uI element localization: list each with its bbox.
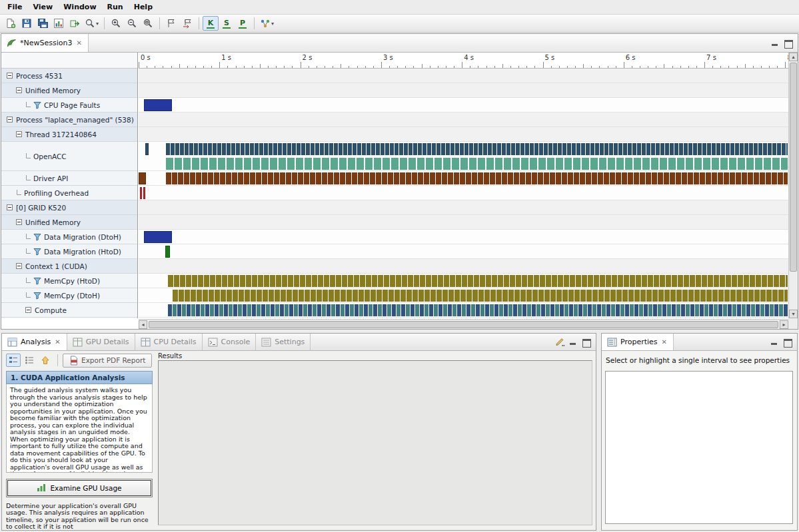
minimize-button[interactable]	[770, 39, 780, 48]
vertical-scroll-thumb[interactable]	[790, 63, 797, 272]
horizontal-scrollbar[interactable]: ◂ ▸	[139, 319, 788, 329]
export-pdf-button[interactable]: Export PDF Report	[63, 354, 152, 368]
kernel-timeline-toggle-button[interactable]: K	[203, 16, 219, 31]
timeline-row-process-laplace-managed-538[interactable]	[139, 113, 788, 127]
timeline-bar[interactable]	[166, 172, 788, 184]
timeline-row-data-migration-dtoh[interactable]	[139, 230, 788, 244]
close-icon[interactable]: ✕	[54, 338, 61, 346]
timeline-bar[interactable]	[144, 99, 171, 111]
timeline-row-thread-3172140864[interactable]	[139, 127, 788, 142]
menu-file[interactable]: File	[2, 1, 28, 13]
collapse-expander-icon[interactable]	[16, 131, 22, 137]
timeline-row-label-profiling-overhead[interactable]: Profiling Overhead	[1, 186, 137, 200]
unguided-analysis-button[interactable]	[22, 354, 37, 367]
guided-analysis-button[interactable]	[6, 354, 21, 367]
collapse-expander-icon[interactable]	[7, 204, 13, 210]
filter-icon[interactable]	[33, 101, 41, 109]
timeline-bar[interactable]	[145, 143, 149, 155]
timeline-bar[interactable]	[139, 172, 146, 184]
chart-report-button[interactable]	[51, 16, 67, 31]
maximize-button[interactable]	[783, 39, 794, 48]
timeline-bar[interactable]	[166, 158, 788, 170]
timeline-row-profiling-overhead[interactable]	[139, 186, 788, 200]
zoom-fit-button[interactable]	[140, 16, 156, 31]
menu-window[interactable]: Window	[58, 1, 101, 13]
timeline-row-context-1-cuda[interactable]	[139, 259, 788, 274]
filter-icon[interactable]	[33, 233, 41, 241]
close-icon[interactable]: ✕	[661, 338, 668, 346]
tab-settings[interactable]: Settings	[256, 334, 311, 350]
timeline-row-label-unified-memory[interactable]: Unified Memory	[1, 83, 137, 98]
collapse-expander-icon[interactable]	[16, 87, 22, 93]
timeline-row-cpu-page-faults[interactable]	[139, 98, 788, 113]
save-button[interactable]	[19, 16, 35, 31]
scroll-right-icon[interactable]: ▸	[780, 320, 788, 329]
flag-f-button[interactable]	[163, 16, 179, 31]
timeline-bar[interactable]	[166, 143, 788, 155]
search-button[interactable]: ▾	[83, 16, 101, 31]
timeline-row-label-process-4531[interactable]: Process 4531	[1, 69, 137, 83]
filter-icon[interactable]	[33, 248, 41, 256]
timeline-row-label-data-migration-htod[interactable]: Data Migration (HtoD)	[1, 244, 137, 259]
timeline-row-label-compute[interactable]: Compute	[1, 303, 137, 318]
collapse-expander-icon[interactable]	[25, 307, 31, 313]
collapse-expander-icon[interactable]	[7, 73, 13, 79]
timeline-row-label-memcpy-htod[interactable]: MemCpy (HtoD)	[1, 274, 137, 288]
horizontal-scroll-thumb[interactable]	[149, 321, 778, 328]
save-all-button[interactable]	[35, 16, 51, 31]
timeline-bar[interactable]	[140, 187, 142, 199]
timeline-row-label-cpu-page-faults[interactable]: CPU Page Faults	[1, 98, 137, 113]
minimize-button[interactable]	[568, 338, 578, 347]
timeline-bar[interactable]	[173, 290, 788, 302]
back-to-top-button[interactable]	[38, 354, 53, 367]
menu-view[interactable]: View	[28, 1, 59, 13]
timeline-row-label-process-laplace-managed-538[interactable]: Process "laplace_managed" (538)	[1, 113, 137, 127]
collapse-expander-icon[interactable]	[16, 219, 22, 225]
process-timeline-toggle-button[interactable]: P	[235, 16, 251, 31]
timeline-row-unified-memory[interactable]	[139, 83, 788, 98]
maximize-button[interactable]	[782, 338, 793, 347]
timeline-chart[interactable]: 0 s1 s2 s3 s4 s5 s6 s7 s8	[139, 53, 788, 318]
tab-console[interactable]: Console	[203, 334, 257, 350]
stream-timeline-toggle-button[interactable]: S	[219, 16, 235, 31]
minimize-button[interactable]	[769, 338, 780, 347]
menu-help[interactable]: Help	[129, 1, 158, 13]
tab-gpu-details[interactable]: GPU Details	[67, 334, 135, 350]
timeline-bar[interactable]	[144, 231, 171, 243]
tab-newsession3[interactable]: *NewSession3 ✕	[1, 34, 89, 52]
collapse-expander-icon[interactable]	[7, 117, 13, 123]
export-green-button[interactable]	[67, 16, 83, 31]
menu-run[interactable]: Run	[102, 1, 129, 13]
tab-cpu-details[interactable]: CPU Details	[135, 334, 203, 350]
filter-icon[interactable]	[33, 277, 41, 285]
analysis-run-button[interactable]: ▾	[258, 16, 276, 31]
view-menu-icon[interactable]	[555, 337, 565, 347]
timeline-row-driver-api[interactable]	[139, 171, 788, 186]
timeline-row-0-grid-k520[interactable]	[139, 200, 788, 215]
timeline-row-label-data-migration-dtoh[interactable]: Data Migration (DtoH)	[1, 230, 137, 244]
timeline-row-unified-memory[interactable]	[139, 215, 788, 230]
timeline-row-label-0-grid-k520[interactable]: [0] GRID K520	[1, 200, 137, 215]
filter-icon[interactable]	[33, 292, 41, 300]
timeline-row-label-driver-api[interactable]: Driver API	[1, 171, 137, 186]
maximize-button[interactable]	[581, 338, 592, 347]
timeline-row-memcpy-htod[interactable]	[139, 274, 788, 288]
zoom-in-button[interactable]	[108, 16, 124, 31]
timeline-bar[interactable]	[168, 275, 788, 287]
timeline-row-label-unified-memory[interactable]: Unified Memory	[1, 215, 137, 230]
scroll-up-icon[interactable]: ▴	[789, 53, 798, 61]
timeline-row-data-migration-htod[interactable]	[139, 244, 788, 259]
timeline-row-process-4531[interactable]	[139, 69, 788, 83]
collapse-expander-icon[interactable]	[16, 263, 22, 269]
timeline-row-label-context-1-cuda[interactable]: Context 1 (CUDA)	[1, 259, 137, 274]
examine-gpu-usage-button[interactable]: Examine GPU Usage	[7, 480, 151, 496]
timeline-row-openacc[interactable]	[139, 142, 788, 171]
timeline-row-memcpy-dtoh[interactable]	[139, 288, 788, 303]
timeline-bar[interactable]	[168, 304, 788, 316]
timeline-row-compute[interactable]	[139, 303, 788, 318]
scroll-down-icon[interactable]: ▾	[789, 310, 798, 318]
tab-analysis[interactable]: Analysis✕	[2, 334, 67, 350]
timeline-bar[interactable]	[143, 187, 145, 199]
zoom-out-button[interactable]	[124, 16, 140, 31]
close-icon[interactable]: ✕	[75, 39, 82, 47]
